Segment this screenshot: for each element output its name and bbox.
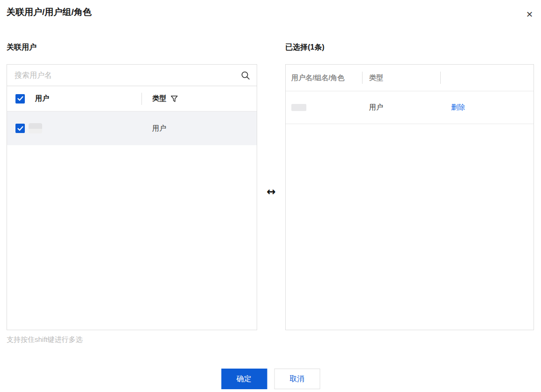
- search-input[interactable]: [15, 71, 241, 80]
- left-table-header: 用户 类型: [7, 86, 257, 111]
- selected-row-name-cell: [286, 104, 362, 111]
- transfer-arrow-icon: ↔: [264, 185, 279, 198]
- associate-users-dialog: 关联用户/用户组/角色 ✕ 关联用户 已选择(1条) 用户: [0, 0, 541, 392]
- dialog-title: 关联用户/用户组/角色: [7, 6, 92, 18]
- right-table-header: 用户名/组名/角色 类型: [286, 65, 534, 91]
- search-bar: [7, 65, 257, 86]
- user-row-type: 用户: [152, 124, 166, 133]
- right-header-name-col: 用户名/组名/角色: [286, 74, 362, 82]
- selected-row-action-cell: 删除: [441, 103, 534, 112]
- close-icon[interactable]: ✕: [524, 8, 535, 21]
- filter-icon[interactable]: [170, 95, 178, 103]
- selected-row-type-cell: 用户: [363, 103, 440, 112]
- left-section-title: 关联用户: [7, 43, 37, 52]
- cancel-button[interactable]: 取消: [274, 369, 320, 389]
- right-header-name-label: 用户名/组名/角色: [291, 74, 344, 82]
- right-header-type-label: 类型: [369, 74, 383, 82]
- search-icon[interactable]: [241, 71, 250, 80]
- selected-count-title: 已选择(1条): [285, 43, 325, 52]
- user-row[interactable]: 用户: [7, 111, 257, 145]
- masked-username: [29, 123, 42, 133]
- masked-username: [291, 104, 306, 111]
- select-all-checkbox[interactable]: [15, 94, 25, 104]
- column-divider: [440, 72, 441, 84]
- selected-row-type: 用户: [369, 103, 383, 112]
- left-header-type-col: 类型: [142, 94, 257, 103]
- user-row-name-cell: [7, 123, 141, 133]
- confirm-button[interactable]: 确定: [221, 369, 267, 389]
- row-checkbox[interactable]: [15, 124, 25, 133]
- right-header-type-col: 类型: [363, 74, 440, 82]
- left-header-user-col: 用户: [7, 94, 141, 104]
- delete-link[interactable]: 删除: [451, 103, 465, 112]
- user-row-type-cell: 用户: [142, 124, 257, 133]
- left-header-type-label: 类型: [152, 94, 166, 103]
- selected-user-row: 用户 删除: [286, 91, 534, 124]
- left-header-user-label: 用户: [35, 94, 49, 103]
- dialog-footer: 确定 取消: [221, 369, 320, 389]
- multiselect-hint: 支持按住shift键进行多选: [7, 335, 83, 344]
- available-users-panel: 用户 类型: [7, 64, 257, 330]
- selected-users-panel: 用户名/组名/角色 类型 用户 删除: [285, 64, 534, 330]
